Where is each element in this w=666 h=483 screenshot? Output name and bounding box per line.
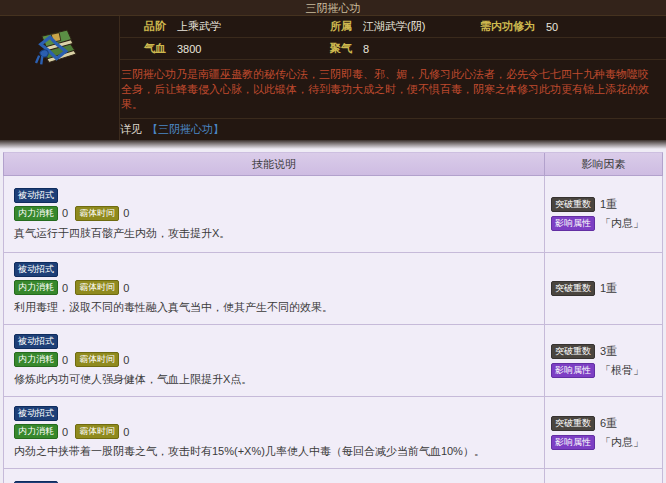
hyperarmor-time-badge: 霸体时间 bbox=[75, 280, 119, 295]
hyperarmor-time-badge: 霸体时间 bbox=[75, 424, 119, 439]
skill-book-icon bbox=[31, 22, 89, 140]
affected-attribute-badge: 影响属性 bbox=[551, 216, 595, 231]
skill-effect-text: 利用毒理，汲取不同的毒性融入真气当中，使其产生不同的效果。 bbox=[14, 300, 534, 315]
skill-effect-text: 修炼此内功可使人强身健体，气血上限提升X点。 bbox=[14, 372, 534, 387]
see-also-label: 详见 bbox=[120, 122, 142, 137]
inner-force-cost-badge: 内力消耗 bbox=[14, 424, 58, 439]
inner-force-cost-value: 0 bbox=[62, 282, 68, 294]
affected-attribute-badge: 影响属性 bbox=[551, 435, 595, 450]
field-hp: 气血 3800 bbox=[144, 41, 330, 56]
affected-attribute-badge: 影响属性 bbox=[551, 363, 595, 378]
field-required-neigong: 需内功修为 50 bbox=[480, 19, 558, 34]
table-header-row: 技能说明 影响因素 bbox=[3, 152, 663, 176]
see-also-row: 详见 【三阴摧心功】 bbox=[120, 118, 666, 140]
inner-force-cost-value: 0 bbox=[62, 354, 68, 366]
skill-icon-column bbox=[0, 16, 119, 140]
hyperarmor-time-value: 0 bbox=[123, 354, 129, 366]
breakthrough-layer-badge: 突破重数 bbox=[551, 416, 595, 431]
table-row: 被动招式 内力消耗 0 霸体时间 0 利用毒理，汲取不同的毒性融入真气当中，使其… bbox=[3, 253, 663, 325]
skill-table: 技能说明 影响因素 被动招式 内力消耗 0 霸体时间 0 真气运行于四肢百骸产生… bbox=[3, 152, 663, 483]
skill-effect-text: 真气运行于四肢百骸产生内劲，攻击提升X。 bbox=[14, 226, 534, 241]
table-row: 被动招式 内力消耗 0 霸体时间 0 常年修炼三阴摧心功使体质变得极为特殊，攻击… bbox=[3, 469, 663, 483]
hyperarmor-time-value: 0 bbox=[123, 282, 129, 294]
field-category: 所属 江湖武学(阴) bbox=[330, 19, 480, 34]
hyperarmor-time-badge: 霸体时间 bbox=[75, 352, 119, 367]
hyperarmor-time-value: 0 bbox=[123, 207, 129, 219]
affected-attribute-value: 「内息」 bbox=[600, 216, 644, 231]
info-fields-row-1: 品阶 上乘武学 所属 江湖武学(阴) 需内功修为 50 bbox=[120, 16, 666, 38]
header-skill-description: 技能说明 bbox=[4, 153, 545, 175]
passive-skill-badge: 被动招式 bbox=[14, 406, 58, 421]
see-also-link[interactable]: 【三阴摧心功】 bbox=[147, 122, 224, 137]
skill-lore-description: 三阴摧心功乃是南疆巫蛊教的秘传心法，三阴即毒、邪、媚，凡修习此心法者，必先令七七… bbox=[120, 60, 666, 118]
field-qi-gather: 聚气 8 bbox=[330, 41, 480, 56]
inner-force-cost-value: 0 bbox=[62, 207, 68, 219]
breakthrough-layer-value: 1重 bbox=[600, 281, 617, 296]
hyperarmor-time-badge: 霸体时间 bbox=[75, 206, 119, 221]
inner-force-cost-value: 0 bbox=[62, 426, 68, 438]
table-row: 被动招式 内力消耗 0 霸体时间 0 修炼此内功可使人强身健体，气血上限提升X点… bbox=[3, 325, 663, 397]
field-grade: 品阶 上乘武学 bbox=[144, 19, 330, 34]
skill-info-panel: 三阴摧心功 bbox=[0, 0, 666, 140]
breakthrough-layer-badge: 突破重数 bbox=[551, 281, 595, 296]
passive-skill-badge: 被动招式 bbox=[14, 262, 58, 277]
breakthrough-layer-badge: 突破重数 bbox=[551, 197, 595, 212]
breakthrough-layer-value: 1重 bbox=[600, 197, 617, 212]
passive-skill-badge: 被动招式 bbox=[14, 334, 58, 349]
page-title: 三阴摧心功 bbox=[0, 0, 666, 16]
breakthrough-layer-badge: 突破重数 bbox=[551, 344, 595, 359]
inner-force-cost-badge: 内力消耗 bbox=[14, 280, 58, 295]
passive-skill-badge: 被动招式 bbox=[14, 188, 58, 203]
hyperarmor-time-value: 0 bbox=[123, 426, 129, 438]
inner-force-cost-badge: 内力消耗 bbox=[14, 206, 58, 221]
affected-attribute-value: 「内息」 bbox=[600, 435, 644, 450]
breakthrough-layer-value: 3重 bbox=[600, 344, 617, 359]
table-row: 被动招式 内力消耗 0 霸体时间 0 内劲之中挟带着一股阴毒之气，攻击时有15%… bbox=[3, 397, 663, 469]
panel-drop-shadow bbox=[0, 140, 666, 149]
breakthrough-layer-value: 6重 bbox=[600, 416, 617, 431]
table-row: 被动招式 内力消耗 0 霸体时间 0 真气运行于四肢百骸产生内劲，攻击提升X。 … bbox=[3, 176, 663, 253]
header-influence-factors: 影响因素 bbox=[545, 153, 662, 175]
info-fields-row-2: 气血 3800 聚气 8 bbox=[120, 38, 666, 60]
skill-effect-text: 内劲之中挟带着一股阴毒之气，攻击时有15%(+X%)几率使人中毒（每回合减少当前… bbox=[14, 444, 534, 459]
wiki-skill-page: 三阴摧心功 bbox=[0, 0, 666, 483]
affected-attribute-value: 「根骨」 bbox=[600, 363, 644, 378]
inner-force-cost-badge: 内力消耗 bbox=[14, 352, 58, 367]
